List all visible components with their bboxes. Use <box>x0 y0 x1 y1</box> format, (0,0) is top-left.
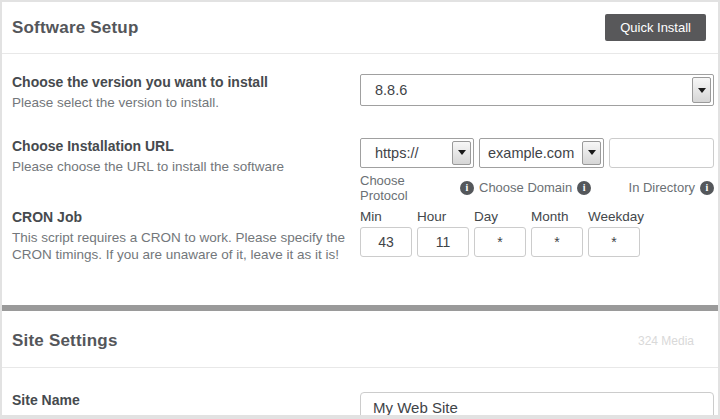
chevron-down-icon[interactable] <box>692 77 711 103</box>
version-select-value: 8.8.6 <box>375 82 407 98</box>
cron-min-label: Min <box>360 209 412 224</box>
site-name-ctrl-col <box>360 392 714 419</box>
cron-field-hour: Hour <box>417 209 469 257</box>
installer-page: Software Setup Quick Install Choose the … <box>0 0 720 419</box>
directory-hint-label: In Directory <box>629 180 695 195</box>
cron-weekday-input[interactable] <box>588 227 640 257</box>
domain-select-value: example.com <box>488 145 574 161</box>
site-name-input[interactable] <box>360 392 714 419</box>
domain-select[interactable]: example.com <box>479 138 604 168</box>
version-help: Please select the version to install. <box>12 95 350 112</box>
watermark-text: 324 Media <box>638 334 706 348</box>
cron-weekday-label: Weekday <box>588 209 640 224</box>
site-name-label: Site Name <box>12 392 350 408</box>
site-name-label-col: Site Name <box>12 392 360 413</box>
info-icon[interactable]: i <box>577 181 591 195</box>
site-name-row: Site Name <box>2 392 718 419</box>
quick-install-button[interactable]: Quick Install <box>605 14 706 41</box>
info-icon[interactable]: i <box>700 181 714 195</box>
chevron-down-icon[interactable] <box>452 141 471 165</box>
cron-row: CRON Job This script requires a CRON to … <box>2 209 718 264</box>
version-select[interactable]: 8.8.6 <box>360 74 714 106</box>
protocol-hint-label: Choose Protocol <box>360 173 455 203</box>
domain-hint: Choose Domain i <box>479 173 604 203</box>
url-label: Choose Installation URL <box>12 138 350 154</box>
url-input-group: https:// example.com <box>360 138 714 168</box>
version-ctrl-col: 8.8.6 <box>360 74 714 106</box>
url-help: Please choose the URL to install the sof… <box>12 159 350 176</box>
cron-help: This script requires a CRON to work. Ple… <box>12 230 350 264</box>
cron-label: CRON Job <box>12 209 350 225</box>
cron-month-input[interactable] <box>531 227 583 257</box>
protocol-select-value: https:// <box>375 145 419 161</box>
url-label-col: Choose Installation URL Please choose th… <box>12 138 360 176</box>
site-settings-header: Site Settings 324 Media <box>2 311 718 368</box>
directory-input[interactable] <box>609 138 714 168</box>
cron-hour-input[interactable] <box>417 227 469 257</box>
software-setup-header: Software Setup Quick Install <box>2 2 718 54</box>
cron-hour-label: Hour <box>417 209 469 224</box>
cron-grid: Min Hour Day Month Weekday <box>360 209 710 257</box>
version-row: Choose the version you want to install P… <box>2 74 718 112</box>
cron-min-input[interactable] <box>360 227 412 257</box>
protocol-select[interactable]: https:// <box>360 138 474 168</box>
installation-url-row: Choose Installation URL Please choose th… <box>2 138 718 203</box>
chevron-down-icon[interactable] <box>582 141 601 165</box>
version-label: Choose the version you want to install <box>12 74 350 90</box>
cron-field-min: Min <box>360 209 412 257</box>
info-icon[interactable]: i <box>460 181 474 195</box>
directory-hint: In Directory i <box>609 173 714 203</box>
cron-day-label: Day <box>474 209 526 224</box>
cron-ctrl-col: Min Hour Day Month Weekday <box>360 209 710 257</box>
cron-field-day: Day <box>474 209 526 257</box>
version-label-col: Choose the version you want to install P… <box>12 74 360 112</box>
domain-hint-label: Choose Domain <box>479 180 572 195</box>
cron-field-month: Month <box>531 209 583 257</box>
cron-label-col: CRON Job This script requires a CRON to … <box>12 209 360 264</box>
site-settings-title: Site Settings <box>12 331 118 351</box>
protocol-hint: Choose Protocol i <box>360 173 474 203</box>
cron-month-label: Month <box>531 209 583 224</box>
cron-field-weekday: Weekday <box>588 209 640 257</box>
url-hint-row: Choose Protocol i Choose Domain i In Dir… <box>360 173 714 203</box>
cron-day-input[interactable] <box>474 227 526 257</box>
software-setup-title: Software Setup <box>12 18 139 38</box>
url-ctrl-col: https:// example.com Choose Protocol i C… <box>360 138 714 203</box>
